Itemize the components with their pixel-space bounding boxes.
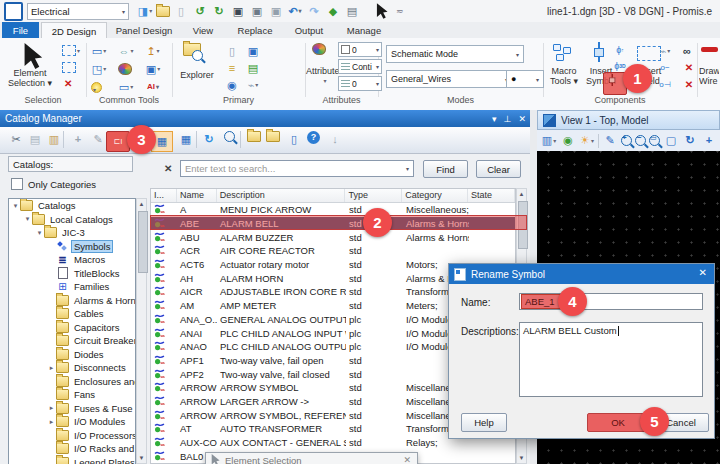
- pointer-icon[interactable]: [374, 3, 390, 19]
- tree-expander-icon[interactable]: ▾: [11, 202, 20, 210]
- table-row[interactable]: ABUALARM BUZZERstdAlarms & Horns;: [151, 230, 515, 244]
- brush-icon[interactable]: ✎: [602, 133, 618, 149]
- manipulate-icon[interactable]: ↥▾: [145, 43, 161, 59]
- explorer-button[interactable]: [183, 43, 209, 65]
- only-categories-checkbox[interactable]: Only Categories: [11, 178, 96, 190]
- tree-item-alarms-horns[interactable]: Alarms & Horns: [9, 294, 135, 308]
- pin-icon[interactable]: ◆: [325, 3, 341, 19]
- connect-icon[interactable]: ⌁▾: [245, 77, 261, 93]
- tree-item-cables[interactable]: Cables: [9, 307, 135, 321]
- help-button[interactable]: Help: [461, 413, 507, 432]
- tab-panel-design[interactable]: Panel Design: [107, 22, 181, 38]
- scroll-up-icon[interactable]: ▲: [517, 191, 526, 197]
- save-icon[interactable]: ▣: [230, 3, 246, 19]
- view-groups-icon[interactable]: ◉: [560, 133, 576, 149]
- new-file-icon[interactable]: ▯: [173, 3, 189, 19]
- lighting-icon[interactable]: ☀▾: [579, 133, 595, 149]
- line-style-select[interactable]: Conti▾: [338, 59, 382, 74]
- wire-color-select[interactable]: ●▾: [506, 70, 544, 88]
- workspace-select[interactable]: Electrical ▾: [27, 3, 129, 20]
- tree-item-i-o-processors[interactable]: I/O Processors: [9, 429, 135, 443]
- clear-selection-button[interactable]: ✕: [64, 78, 72, 89]
- search-icon[interactable]: [224, 131, 235, 142]
- tool-settings-popup[interactable]: Element Selection ✕: [205, 452, 418, 464]
- wire-type-select[interactable]: General_Wires▾: [386, 70, 513, 88]
- descriptions-field[interactable]: ALARM BELL Custom: [519, 322, 703, 397]
- models-icon[interactable]: ▣: [245, 43, 261, 59]
- fence-select-button[interactable]: ▾: [62, 45, 80, 56]
- panel-menu-icon[interactable]: ▾: [492, 114, 497, 124]
- paste-icon[interactable]: ▥: [46, 131, 62, 147]
- fence-icon[interactable]: ▭▾: [91, 43, 107, 59]
- tab-manage[interactable]: Manage: [337, 22, 391, 38]
- node-connect-icon[interactable]: o−: [657, 60, 673, 76]
- tree-item-local-catalogs[interactable]: ▾Local Catalogs: [9, 213, 135, 227]
- close-icon[interactable]: ✕: [699, 267, 707, 278]
- tree-item-circuit-breakers[interactable]: Circuit Breakers: [9, 334, 135, 348]
- tree-expander-icon[interactable]: ▸: [47, 364, 56, 372]
- select-all-button[interactable]: [62, 62, 76, 73]
- tree-item-catalogs[interactable]: ▾Catalogs: [9, 199, 135, 213]
- binoculars-icon[interactable]: ∞: [679, 43, 695, 59]
- tree-item-diodes[interactable]: Diodes: [9, 348, 135, 362]
- column-header-type[interactable]: Type: [345, 189, 402, 202]
- insert-symbol-button[interactable]: [592, 42, 607, 64]
- delete-symbol-icon[interactable]: ✕: [681, 77, 697, 93]
- print-icon[interactable]: ▤: [344, 3, 360, 19]
- import-file-icon[interactable]: ↺: [192, 3, 208, 19]
- report-icon[interactable]: ▯: [286, 131, 302, 147]
- new-doc-icon[interactable]: ▯: [224, 43, 240, 59]
- column-header-description[interactable]: Description: [217, 189, 346, 202]
- tree-item-jic-3[interactable]: ▾JIC-3: [9, 226, 135, 240]
- attributes-button[interactable]: [312, 43, 326, 57]
- reference-icon[interactable]: ▤: [245, 60, 261, 76]
- zoom-in-icon[interactable]: [621, 135, 632, 146]
- tree-item-capacitors[interactable]: Capacitors: [9, 321, 135, 335]
- fit-view-icon[interactable]: ▢: [663, 133, 679, 149]
- cut-icon[interactable]: ✂: [8, 131, 24, 147]
- close-panel-icon[interactable]: ✕: [518, 114, 526, 124]
- tab-file[interactable]: File: [2, 22, 39, 38]
- undo-icon[interactable]: ↶▾: [287, 3, 303, 19]
- save-settings-icon[interactable]: ▣: [249, 3, 265, 19]
- export-symbols-icon[interactable]: [266, 131, 280, 142]
- modify-icon[interactable]: ◳▾: [91, 61, 107, 77]
- bulb-icon[interactable]: ▾: [91, 82, 102, 93]
- draw-wire-icon[interactable]: [701, 47, 718, 52]
- node-terminate-icon[interactable]: o⊣: [657, 77, 673, 93]
- refresh-icon[interactable]: ↻: [201, 131, 217, 147]
- pin-panel-icon[interactable]: ⊥: [504, 114, 512, 124]
- tree-item-legend-plates[interactable]: Legend Plates: [9, 456, 135, 464]
- tree-expander-icon[interactable]: ▾: [35, 229, 44, 237]
- column-header-name[interactable]: Name: [177, 189, 217, 202]
- tab-replace[interactable]: Replace: [229, 22, 281, 38]
- zoom-out-icon[interactable]: [635, 135, 646, 146]
- measure-icon[interactable]: ⇔▾: [118, 43, 134, 59]
- redo-icon[interactable]: ↷: [306, 3, 322, 19]
- table-row[interactable]: ACRAIR CORE REACTORstd: [151, 244, 515, 258]
- scrollbar-thumb[interactable]: [138, 211, 148, 273]
- levels-icon[interactable]: ≡: [224, 60, 240, 76]
- column-header-state[interactable]: State: [468, 189, 515, 202]
- search-input[interactable]: Enter text to search... ▾: [180, 160, 414, 177]
- tree-item-enclosures-and-ac[interactable]: Enclosures and Ac: [9, 375, 135, 389]
- tree-item-i-o-racks-and-pov[interactable]: I/O Racks and Pov: [9, 442, 135, 456]
- export-file-icon[interactable]: ↻: [211, 3, 227, 19]
- name-field[interactable]: ABE_1: [519, 293, 703, 310]
- tree-item-families[interactable]: ⊞Families: [9, 280, 135, 294]
- tree-item-titleblocks[interactable]: TitleBlocks: [9, 267, 135, 281]
- close-icon[interactable]: ✕: [403, 455, 411, 464]
- workspace-config-icon[interactable]: ◨▾: [137, 3, 153, 19]
- line-weight-select[interactable]: 0▾: [338, 76, 382, 91]
- customize-toolbar-icon[interactable]: ≂: [396, 6, 404, 16]
- copy-icon[interactable]: ▤: [27, 131, 43, 147]
- tree-item-fuses-fuse-bloc[interactable]: ▸Fuses & Fuse Bloc: [9, 402, 135, 416]
- place-text-icon[interactable]: AI▾: [145, 79, 161, 95]
- column-header-category[interactable]: Category: [402, 189, 468, 202]
- column-header-i[interactable]: I...: [151, 189, 177, 202]
- zoom-window-icon[interactable]: [649, 135, 660, 146]
- find-button[interactable]: Find: [423, 160, 468, 178]
- tree-expander-icon[interactable]: ▸: [47, 418, 56, 426]
- clear-button[interactable]: Clear: [476, 160, 521, 178]
- tree-expander-icon[interactable]: ▾: [23, 215, 32, 223]
